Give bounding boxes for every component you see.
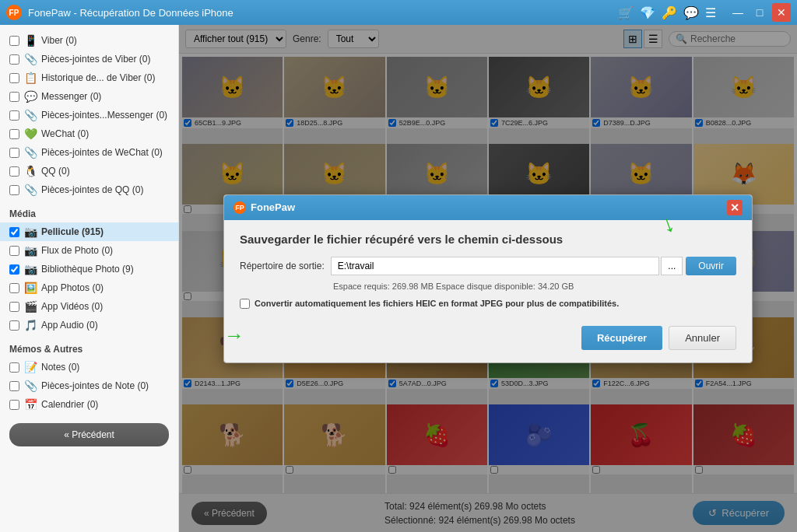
disk-info: Espace requis: 269.98 MB Espace disque d… (333, 282, 736, 291)
calendrier-icon: 📅 (24, 398, 37, 411)
minimize-button[interactable]: — (729, 3, 747, 22)
qq-pj-checkbox[interactable] (9, 185, 19, 195)
wechat-label: WeChat (0) (41, 128, 89, 139)
qq-checkbox[interactable] (9, 166, 19, 177)
arrow-right-icon: → (224, 324, 244, 348)
sidebar-item-app-audio[interactable]: 🎵 App Audio (0) (0, 316, 178, 334)
maximize-button[interactable]: □ (750, 3, 769, 22)
modal-title: FP FonePaw (233, 201, 295, 214)
bibliotheque-label: Bibliothèque Photo (9) (41, 264, 134, 275)
app-videos-label: App Vidéos (0) (41, 301, 103, 312)
viber-pj-checkbox[interactable] (9, 54, 19, 65)
sidebar-item-app-videos[interactable]: 🎬 App Vidéos (0) (0, 297, 178, 316)
modal-icon: FP (233, 201, 246, 214)
modal-header: FP FonePaw ✕ (224, 195, 752, 220)
wechat-pj-checkbox[interactable] (9, 148, 19, 158)
title-bar-icons: 🛒 💎 🔑 💬 ☰ (618, 5, 716, 20)
sidebar-item-pellicule[interactable]: 📷 Pellicule (915) (0, 222, 178, 241)
content-area: Afficher tout (915) Afficher sélection G… (179, 25, 797, 532)
wechat-checkbox[interactable] (9, 129, 19, 139)
prev-button[interactable]: « Précédent (9, 423, 169, 446)
directory-row: Répertoire de sortie: ... Ouvrir (240, 257, 736, 275)
app-audio-icon: 🎵 (24, 319, 37, 331)
sidebar-item-messenger[interactable]: 💬 Messenger (0) (0, 87, 178, 106)
notes-icon: 📝 (24, 361, 37, 373)
modal-close-button[interactable]: ✕ (727, 200, 743, 215)
convert-checkbox[interactable] (240, 299, 250, 309)
qq-label: QQ (0) (41, 166, 70, 177)
modal-cancel-button[interactable]: Annuler (669, 326, 736, 350)
calendrier-checkbox[interactable] (9, 400, 19, 410)
modal-body: ↓ Sauvegarder le fichier récupéré vers l… (224, 220, 752, 362)
window-controls: — □ ✕ (729, 3, 791, 22)
wechat-pj-label: Pièces-jointes de WeChat (0) (41, 147, 163, 158)
viber-hist-checkbox[interactable] (9, 73, 19, 83)
notes-checkbox[interactable] (9, 362, 19, 373)
menu-icon[interactable]: ☰ (705, 5, 716, 20)
viber-checkbox[interactable] (9, 36, 19, 46)
sidebar-item-flux[interactable]: 📷 Flux de Photo (0) (0, 241, 178, 260)
wechat-icon: 💚 (24, 128, 37, 140)
calendrier-label: Calendrier (0) (41, 399, 98, 410)
open-button[interactable]: Ouvrir (686, 257, 736, 275)
viber-hist-icon: 📋 (24, 72, 37, 84)
modal-footer: → Récupérer Annuler (240, 320, 736, 350)
app-videos-checkbox[interactable] (9, 302, 19, 312)
notes-pj-label: Pièces-jointes de Note (0) (41, 380, 149, 391)
sidebar-item-viber-pj[interactable]: 📎 Pièces-jointes de Viber (0) (0, 50, 178, 68)
sidebar-item-notes[interactable]: 📝 Notes (0) (0, 358, 178, 376)
sidebar-item-wechat-pj[interactable]: 📎 Pièces-jointes de WeChat (0) (0, 143, 178, 162)
flux-label: Flux de Photo (0) (41, 245, 113, 256)
messenger-checkbox[interactable] (9, 92, 19, 102)
flux-icon: 📷 (24, 244, 37, 257)
app-audio-checkbox[interactable] (9, 320, 19, 331)
title-bar: FP FonePaw - Récupération De Données iPh… (0, 0, 797, 25)
sidebar-item-app-photos[interactable]: 🖼️ App Photos (0) (0, 278, 178, 297)
wechat-pj-icon: 📎 (24, 146, 37, 159)
key-icon[interactable]: 🔑 (662, 5, 677, 20)
diamond-icon[interactable]: 💎 (640, 5, 655, 20)
app-videos-icon: 🎬 (24, 300, 37, 313)
directory-input[interactable] (331, 257, 660, 275)
messenger-pj-checkbox[interactable] (9, 110, 19, 121)
modal-recover-button[interactable]: Récupérer (581, 326, 662, 350)
sidebar-item-viber-hist[interactable]: 📋 Historique de... de Viber (0) (0, 68, 178, 87)
sidebar-item-viber[interactable]: 📱 Viber (0) (0, 31, 178, 50)
flux-checkbox[interactable] (9, 246, 19, 256)
qq-pj-label: Pièces-jointes de QQ (0) (41, 184, 143, 195)
qq-pj-icon: 📎 (24, 184, 37, 196)
bibliotheque-checkbox[interactable] (9, 264, 19, 275)
directory-label: Répertoire de sortie: (240, 261, 325, 271)
modal-overlay: FP FonePaw ✕ ↓ Sauvegarder le fichier ré… (179, 25, 797, 532)
sidebar-item-calendrier[interactable]: 📅 Calendrier (0) (0, 395, 178, 414)
viber-label: Viber (0) (41, 35, 77, 46)
app-photos-checkbox[interactable] (9, 283, 19, 293)
sidebar-item-bibliotheque[interactable]: 📷 Bibliothèque Photo (9) (0, 260, 178, 278)
bibliotheque-icon: 📷 (24, 263, 37, 275)
browse-button[interactable]: ... (661, 257, 683, 275)
qq-icon: 🐧 (24, 165, 37, 177)
sidebar-item-qq[interactable]: 🐧 QQ (0) (0, 162, 178, 180)
viber-hist-label: Historique de... de Viber (0) (41, 72, 156, 83)
messenger-label: Messenger (0) (41, 91, 101, 102)
viber-icon: 📱 (24, 34, 37, 47)
sidebar-item-messenger-pj[interactable]: 📎 Pièces-jointes...Messenger (0) (0, 106, 178, 124)
cart-icon[interactable]: 🛒 (618, 5, 634, 20)
pellicule-label: Pellicule (915) (41, 226, 104, 237)
viber-pj-label: Pièces-jointes de Viber (0) (41, 54, 151, 65)
sidebar: 📱 Viber (0) 📎 Pièces-jointes de Viber (0… (0, 25, 179, 532)
modal-heading: Sauvegarder le fichier récupéré vers le … (240, 233, 736, 246)
app-icon: FP (6, 5, 22, 20)
close-button[interactable]: ✕ (772, 3, 791, 22)
pellicule-checkbox[interactable] (9, 227, 19, 237)
pellicule-icon: 📷 (24, 226, 37, 238)
sidebar-item-qq-pj[interactable]: 📎 Pièces-jointes de QQ (0) (0, 180, 178, 199)
chat-icon[interactable]: 💬 (683, 5, 699, 20)
notes-pj-checkbox[interactable] (9, 381, 19, 391)
viber-pj-icon: 📎 (24, 53, 37, 65)
sidebar-item-wechat[interactable]: 💚 WeChat (0) (0, 124, 178, 143)
messenger-pj-icon: 📎 (24, 109, 37, 121)
sidebar-item-notes-pj[interactable]: 📎 Pièces-jointes de Note (0) (0, 376, 178, 395)
media-section-header: Média (0, 202, 178, 222)
convert-row: Convertir automatiquement les fichiers H… (240, 299, 736, 309)
